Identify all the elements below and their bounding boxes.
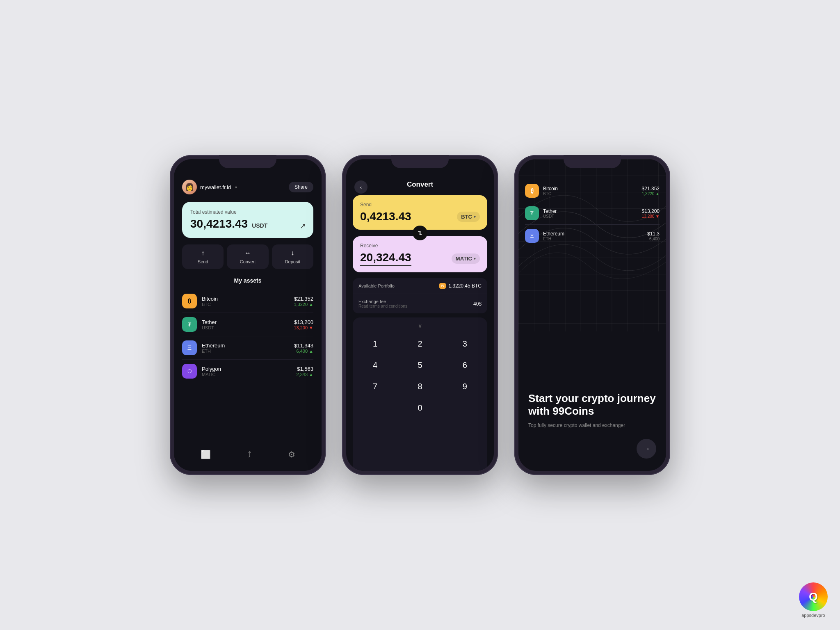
balance-label: Total estimated value — [190, 209, 305, 215]
assets-title: My assets — [182, 277, 313, 284]
usdt-change: 13,200 ▼ — [294, 325, 313, 330]
matic-change: 2,343 ▲ — [297, 372, 313, 377]
send-label: Send — [198, 259, 208, 264]
key-9[interactable]: 9 — [443, 376, 487, 397]
onboarding-screen: ₿ Bitcoin BTC $21.352 1,3220 ▲ ₮ — [518, 159, 666, 471]
usdt-symbol: USDT — [202, 325, 289, 330]
send-currency-select[interactable]: BTC ▾ — [457, 212, 480, 222]
oa-usdt-change: 13,200 ▼ — [642, 214, 660, 219]
portfolio-row: Available Portfolio B 1,3220.45 BTC — [353, 278, 487, 294]
key-8[interactable]: 8 — [397, 376, 442, 397]
asset-tether[interactable]: ₮ Tether USDT $13,200 13,200 ▼ — [182, 313, 313, 336]
logo-watermark: Q appsdevpro — [799, 582, 828, 618]
key-1[interactable]: 1 — [353, 333, 397, 354]
fee-value: 40$ — [473, 301, 482, 307]
eth-change: 6,400 ▲ — [294, 349, 313, 354]
oa-btc-change: 1,3220 ▲ — [642, 192, 660, 196]
eth-name: Ethereum — [202, 342, 289, 349]
oa-usdt-symbol: USDT — [543, 214, 638, 219]
send-icon: ↑ — [201, 249, 205, 257]
send-card-label: Send — [360, 202, 480, 208]
receive-currency-select[interactable]: MATIC ▾ — [452, 253, 480, 264]
phone-onboarding: ₿ Bitcoin BTC $21.352 1,3220 ▲ ₮ — [514, 155, 670, 475]
key-3[interactable]: 3 — [443, 333, 487, 354]
key-2[interactable]: 2 — [397, 333, 442, 354]
back-button[interactable]: ‹ — [354, 180, 368, 194]
logo-text: appsdevpro — [801, 613, 825, 618]
oa-btc-symbol: BTC — [543, 192, 638, 196]
nav-wallet-icon[interactable]: ⬜ — [201, 450, 211, 459]
onboard-ethereum: Ξ Ethereum ETH $11,3 6,400 — [525, 225, 660, 247]
phone-wallet: 👩 mywallet.fr.id ▾ Share Total estimated… — [170, 155, 326, 475]
fee-sublabel[interactable]: Read terms and conditions — [358, 304, 407, 308]
convert-button[interactable]: ↔ Convert — [227, 244, 268, 269]
wallet-screen: 👩 mywallet.fr.id ▾ Share Total estimated… — [174, 159, 322, 471]
receive-card-label: Receive — [360, 243, 480, 249]
trend-icon: ↗ — [300, 221, 306, 231]
onboard-subtext: Top fully secure crypto wallet and excha… — [528, 422, 656, 429]
eth-icon: Ξ — [182, 340, 197, 355]
wallet-header: 👩 mywallet.fr.id ▾ Share — [182, 180, 313, 194]
oa-eth-symbol: ETH — [543, 237, 643, 241]
onboard-tether: ₮ Tether USDT $13,200 13,200 ▼ — [525, 202, 660, 225]
balance-currency: USDT — [252, 222, 267, 229]
usdt-name: Tether — [202, 319, 289, 325]
receive-amount: 20,324.43 — [360, 251, 411, 266]
convert-screen: ‹ Convert Send 0,4213.43 BTC ▾ ⇅ Re — [346, 159, 494, 471]
keypad-chevron-icon[interactable]: ∨ — [353, 321, 487, 333]
share-button[interactable]: Share — [289, 182, 313, 192]
matic-name: Polygon — [202, 366, 292, 372]
btc-name: Bitcoin — [202, 296, 289, 302]
chevron-down-icon[interactable]: ▾ — [235, 185, 237, 189]
balance-card: Total estimated value 30,4213.43 USDT ↗ — [182, 202, 313, 238]
oa-btc-icon: ₿ — [525, 184, 539, 198]
nav-chart-icon[interactable]: ⤴ — [247, 450, 251, 459]
oa-usdt-icon: ₮ — [525, 206, 539, 220]
wallet-user: 👩 mywallet.fr.id ▾ — [182, 180, 237, 194]
matic-symbol: MATIC — [202, 372, 292, 377]
next-arrow-button[interactable]: → — [637, 439, 656, 459]
avatar: 👩 — [182, 180, 197, 194]
onboard-bitcoin: ₿ Bitcoin BTC $21.352 1,3220 ▲ — [525, 180, 660, 202]
send-currency-chevron: ▾ — [474, 215, 476, 219]
send-card: Send 0,4213.43 BTC ▾ — [353, 195, 487, 230]
asset-ethereum[interactable]: Ξ Ethereum ETH $11,343 6,400 ▲ — [182, 336, 313, 360]
oa-eth-name: Ethereum — [543, 231, 643, 237]
btc-price: $21.352 — [294, 296, 313, 302]
send-button[interactable]: ↑ Send — [182, 244, 224, 269]
key-4[interactable]: 4 — [353, 354, 397, 376]
oa-btc-price: $21.352 — [642, 186, 660, 192]
btc-symbol: BTC — [202, 302, 289, 307]
keypad-grid: 1 2 3 4 5 6 7 8 9 0 — [353, 333, 487, 418]
onboard-heading: Start your crypto journey with 99Coins — [528, 392, 656, 418]
nav-settings-icon[interactable]: ⚙ — [288, 450, 295, 459]
key-6[interactable]: 6 — [443, 354, 487, 376]
action-row: ↑ Send ↔ Convert ↓ Deposit — [182, 244, 313, 269]
matic-price: $1,563 — [297, 366, 313, 372]
logo-icon: Q — [799, 582, 828, 611]
asset-polygon[interactable]: ⬡ Polygon MATIC $1,563 2,343 ▲ — [182, 360, 313, 383]
convert-label: Convert — [240, 259, 256, 264]
wallet-username: mywallet.fr.id — [200, 184, 231, 190]
eth-symbol: ETH — [202, 349, 289, 354]
oa-usdt-name: Tether — [543, 208, 638, 214]
oa-usdt-price: $13,200 — [642, 208, 660, 214]
phones-container: 👩 mywallet.fr.id ▾ Share Total estimated… — [170, 155, 670, 475]
swap-button[interactable]: ⇅ — [413, 226, 427, 240]
info-section: Available Portfolio B 1,3220.45 BTC Exch… — [353, 278, 487, 313]
keypad-section: ∨ 1 2 3 4 5 6 7 8 9 0 — [353, 317, 487, 471]
eth-price: $11,343 — [294, 342, 313, 349]
oa-eth-change: 6,400 — [647, 237, 660, 241]
oa-eth-price: $11,3 — [647, 231, 660, 237]
key-7[interactable]: 7 — [353, 376, 397, 397]
key-0[interactable]: 0 — [397, 397, 442, 418]
balance-amount: 30,4213.43 — [190, 217, 248, 231]
bottom-nav: ⬜ ⤴ ⚙ — [174, 444, 322, 471]
key-5[interactable]: 5 — [397, 354, 442, 376]
deposit-button[interactable]: ↓ Deposit — [272, 244, 313, 269]
onboard-assets: ₿ Bitcoin BTC $21.352 1,3220 ▲ ₮ — [518, 159, 666, 247]
convert-header: ‹ Convert — [346, 159, 494, 195]
send-currency-name: BTC — [461, 214, 472, 220]
convert-icon: ↔ — [244, 249, 251, 257]
asset-bitcoin[interactable]: ₿ Bitcoin BTC $21.352 1,3220 ▲ — [182, 290, 313, 313]
